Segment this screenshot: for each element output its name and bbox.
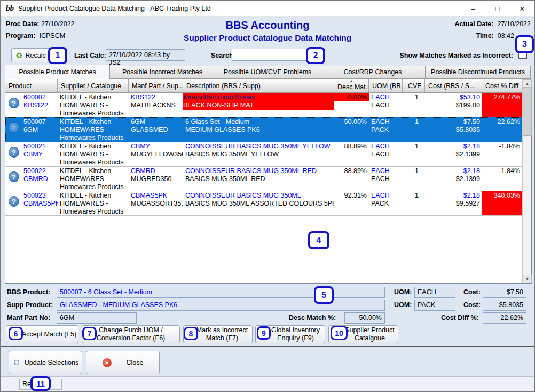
- accept-match-label: Accept Match (F5): [22, 331, 76, 339]
- update-selections-button[interactable]: Update Selections: [9, 351, 82, 374]
- scroll-up-icon[interactable]: ▲: [523, 79, 532, 88]
- tab-possible-discontinued-products[interactable]: Possible Discontinued Products: [426, 66, 531, 79]
- col-product[interactable]: Product: [5, 79, 58, 92]
- recycle-icon: ♻: [15, 51, 22, 60]
- cost-cell: $7.50$5.8035: [425, 117, 482, 142]
- question-icon[interactable]: ?: [9, 122, 19, 133]
- cost-cell: $2.18$2.1399: [425, 167, 482, 191]
- cost-diff-pct-field: -22.62%: [483, 312, 526, 324]
- description-cell: Karusi Bathroom ScalesBLACK NON-SLIP MAT: [183, 93, 334, 117]
- col-description[interactable]: Description (BBS / Supp): [183, 79, 334, 92]
- sort-asc-icon: ▲: [350, 79, 353, 83]
- last-calc-label: Last Calc:: [74, 52, 106, 59]
- supplier-catalogue-label: Supplier Product: [345, 326, 394, 334]
- vertical-scrollbar[interactable]: ▲ ▼: [522, 79, 531, 283]
- annotation-badge-3: 3: [515, 35, 534, 53]
- annotation-badge-6: 6: [9, 327, 23, 340]
- annotation-badge-2: 2: [306, 47, 325, 64]
- supplier-catalogue-label2: Catalgoue: [355, 334, 385, 342]
- tab-bar: Possible Product Matches Possible Incorr…: [5, 65, 532, 79]
- table-row-selected[interactable]: ? 500007 6GM KITDEL - KitchenHOMEWARES -…: [5, 117, 522, 142]
- show-incorrect-label: Show Matches Marked as Incorrect:: [399, 52, 513, 59]
- cost-supp-field: $5.8035: [483, 300, 526, 311]
- app-icon: bb: [6, 4, 14, 12]
- uom-cell: EACHEACH: [369, 167, 403, 191]
- col-desc-match[interactable]: ▲Desc Mat...: [334, 79, 369, 92]
- question-icon[interactable]: ?: [9, 196, 19, 207]
- matches-table: Product Supplier / Catalogue Manf Part /…: [5, 79, 532, 284]
- supp-product-link[interactable]: GLASSMED - MEDIUM GLASSES PK6: [60, 301, 177, 309]
- annotation-badge-11: 11: [30, 376, 51, 391]
- supp-product-label: Supp Product:: [7, 301, 53, 309]
- col-cvf[interactable]: CVF: [403, 79, 425, 92]
- annotation-badge-10: 10: [331, 326, 348, 340]
- title-bar: bb Supplier Product Catalogue Data Match…: [1, 1, 534, 17]
- bbs-product-link[interactable]: 500007 - 6 Glass Set - Medium: [60, 288, 152, 296]
- table-row[interactable]: ? 500022 CBMRD KITDEL - KitchenHOMEWARES…: [5, 167, 522, 191]
- tab-possible-incorrect-matches[interactable]: Possible Incorrect Matches: [110, 66, 215, 79]
- col-cost[interactable]: Cost (BBS / S...: [425, 79, 482, 92]
- manf-part-no-field[interactable]: 6GM: [57, 312, 137, 324]
- cost-diff-pct-label: Cost Diff %:: [441, 314, 479, 322]
- tab-cost-rrp-changes[interactable]: Cost/RRP Changes: [320, 66, 426, 79]
- question-icon[interactable]: ?: [9, 98, 19, 108]
- bbs-product-field[interactable]: 500007 - 6 Glass Set - Medium: [57, 287, 385, 298]
- scroll-down-icon[interactable]: ▼: [523, 275, 532, 283]
- desc-match-cell: 92.31%: [334, 191, 369, 215]
- question-icon[interactable]: ?: [9, 147, 19, 158]
- tab-possible-uom-cvf-problems[interactable]: Possible UOM/CVF Problems: [215, 66, 320, 79]
- desc-match-pct-label: Desc Match %:: [289, 314, 336, 322]
- separator: [1, 346, 535, 347]
- annotation-badge-9: 9: [257, 326, 271, 340]
- table-row[interactable]: ? 500023 CBMAS5PK KITDEL - KitchenHOMEWA…: [5, 191, 522, 216]
- close-button[interactable]: ✕ Close: [86, 351, 160, 374]
- supp-product-field[interactable]: GLASSMED - MEDIUM GLASSES PK6: [57, 300, 385, 311]
- uom-cell: EACHEACH: [369, 142, 403, 166]
- close-icon[interactable]: ✕: [510, 1, 534, 17]
- product-code[interactable]: KBS122: [23, 101, 56, 109]
- annotation-badge-4: 4: [308, 231, 329, 249]
- col-manf-part[interactable]: Manf Part / Sup...: [129, 79, 183, 92]
- col-cost-pct-diff[interactable]: Cost % Diff: [482, 79, 522, 92]
- table-row[interactable]: ? 500021 CBMY KITDEL - KitchenHOMEWARES …: [5, 142, 522, 167]
- close-circle-icon: ✕: [103, 358, 112, 367]
- supplier-catalogue-cell: KITDEL - KitchenHOMEWARES -Homewares Pro…: [58, 117, 129, 142]
- uom-supp-field: PACK: [414, 300, 455, 311]
- product-code[interactable]: 500021: [23, 143, 56, 151]
- time-label: Time:: [476, 32, 494, 40]
- desc-match-pct-field: 50.00%: [344, 312, 385, 324]
- cost-diff-cell: -22.62%: [482, 117, 522, 142]
- product-code[interactable]: CBMY: [23, 151, 56, 159]
- uom-bbs-field: EACH: [414, 287, 455, 298]
- last-calc-value: 27/10/2022 08:43 by JS2: [106, 49, 185, 61]
- search-input[interactable]: [232, 49, 313, 61]
- product-code[interactable]: 600002: [23, 93, 56, 101]
- col-uom[interactable]: UOM (BB...: [369, 79, 403, 92]
- maximize-icon[interactable]: □: [485, 1, 510, 17]
- product-code[interactable]: CBMRD: [23, 175, 56, 183]
- time-value: 08:42: [498, 32, 514, 40]
- mark-incorrect-label2: Match (F7): [206, 334, 238, 342]
- recalc-label: Recalc (: [25, 52, 50, 59]
- product-code[interactable]: 500007: [23, 118, 56, 126]
- annotation-badge-7: 7: [82, 327, 97, 340]
- global-inventory-label: Global Inventory: [271, 326, 320, 334]
- manf-part-cell: CBMAS5PKMUGASSORT35...: [129, 191, 183, 215]
- product-code[interactable]: 500023: [23, 192, 56, 200]
- tab-possible-product-matches[interactable]: Possible Product Matches: [5, 65, 110, 79]
- product-code[interactable]: CBMAS5PK: [23, 200, 56, 208]
- cost-cell: $2.18$2.1399: [425, 142, 482, 166]
- manf-part-cell: KBS122MATBLACKNS: [129, 93, 183, 117]
- col-supplier-catalogue[interactable]: Supplier / Catalogue: [58, 79, 129, 92]
- uom-cell: EACHPACK: [369, 191, 403, 215]
- minimize-icon[interactable]: –: [461, 1, 485, 17]
- desc-match-cell: 88.89%: [334, 142, 369, 166]
- scrollbar-thumb[interactable]: [523, 88, 532, 136]
- table-row[interactable]: ? 600002 KBS122 KITDEL - KitchenHOMEWARE…: [5, 93, 522, 117]
- actual-date-value: 27/10/2022: [497, 20, 531, 28]
- product-code[interactable]: 500022: [23, 167, 56, 175]
- cost-diff-cell: 340.03%: [482, 191, 522, 215]
- question-icon[interactable]: ?: [9, 171, 19, 182]
- cost-diff-cell: -1.84%: [482, 142, 522, 166]
- product-code[interactable]: 6GM: [23, 126, 56, 134]
